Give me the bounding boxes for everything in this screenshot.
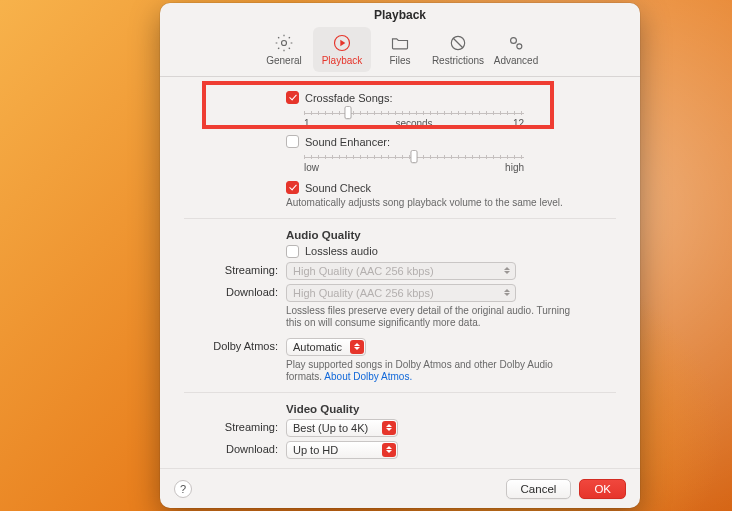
preferences-body: Crossfade Songs: 1 seconds 12 [160,77,640,468]
soundcheck-label: Sound Check [305,182,371,194]
crossfade-slider[interactable]: 1 seconds 12 [304,108,524,129]
vq-download-select[interactable]: Up to HD [286,441,398,459]
tab-label: Playback [322,55,363,66]
vq-streaming-value: Best (Up to 4K) [293,422,368,434]
crossfade-unit-label: seconds [395,118,432,129]
gear-icon [274,33,294,53]
chevron-updown-icon [500,264,514,278]
video-quality-heading: Video Quality [286,403,616,415]
preferences-window: Playback General Playback Files Restrict… [160,3,640,508]
svg-point-3 [511,38,517,44]
aq-desc: Lossless files preserve every detail of … [286,305,576,330]
chevron-updown-icon [500,286,514,300]
tab-restrictions[interactable]: Restrictions [429,27,487,72]
nosign-icon [448,33,468,53]
soundcheck-checkbox-row[interactable]: Sound Check [286,181,616,194]
crossfade-min-label: 1 [304,118,310,129]
tab-label: Files [389,55,410,66]
aq-download-value: High Quality (AAC 256 kbps) [293,287,434,299]
dolby-label: Dolby Atmos: [184,338,286,352]
dolby-desc: Play supported songs in Dolby Atmos and … [286,359,586,384]
aq-streaming-value: High Quality (AAC 256 kbps) [293,265,434,277]
play-icon [332,33,352,53]
enhancer-checkbox-row[interactable]: Sound Enhancer: [286,135,616,148]
lossless-checkbox-row[interactable]: Lossless audio [286,245,616,258]
vq-download-label: Download: [184,441,286,455]
enhancer-high-label: high [505,162,524,173]
vq-streaming-label: Streaming: [184,419,286,433]
crossfade-max-label: 12 [513,118,524,129]
enhancer-slider[interactable]: low high [304,152,524,173]
help-button[interactable]: ? [174,480,192,498]
gears-icon [506,33,526,53]
lossless-label: Lossless audio [305,245,378,257]
chevron-updown-icon [382,421,396,435]
soundcheck-desc: Automatically adjusts song playback volu… [286,197,616,210]
preferences-toolbar: General Playback Files Restrictions Adva… [160,27,640,77]
aq-streaming-label: Streaming: [184,262,286,276]
enhancer-label: Sound Enhancer: [305,136,390,148]
aq-download-select[interactable]: High Quality (AAC 256 kbps) [286,284,516,302]
svg-point-4 [517,44,522,49]
desktop-background: Playback General Playback Files Restrict… [0,0,732,511]
tab-label: Restrictions [432,55,484,66]
vq-download-value: Up to HD [293,444,338,456]
tab-general[interactable]: General [255,27,313,72]
dolby-link[interactable]: About Dolby Atmos. [324,371,412,382]
crossfade-label: Crossfade Songs: [305,92,392,104]
lossless-checkbox[interactable] [286,245,299,258]
crossfade-checkbox[interactable] [286,91,299,104]
aq-streaming-select[interactable]: High Quality (AAC 256 kbps) [286,262,516,280]
tab-advanced[interactable]: Advanced [487,27,545,72]
dialog-footer: ? Cancel OK [160,468,640,508]
enhancer-checkbox[interactable] [286,135,299,148]
vq-streaming-select[interactable]: Best (Up to 4K) [286,419,398,437]
cancel-button[interactable]: Cancel [506,479,572,499]
chevron-updown-icon [350,340,364,354]
enhancer-low-label: low [304,162,319,173]
window-title: Playback [160,3,640,27]
chevron-updown-icon [382,443,396,457]
tab-files[interactable]: Files [371,27,429,72]
aq-download-label: Download: [184,284,286,298]
soundcheck-checkbox[interactable] [286,181,299,194]
ok-button[interactable]: OK [579,479,626,499]
audio-quality-heading: Audio Quality [286,229,616,241]
dolby-select[interactable]: Automatic [286,338,366,356]
crossfade-checkbox-row[interactable]: Crossfade Songs: [286,91,616,104]
tab-label: Advanced [494,55,538,66]
svg-point-0 [282,41,287,46]
dolby-value: Automatic [293,341,342,353]
tab-label: General [266,55,302,66]
tab-playback[interactable]: Playback [313,27,371,72]
folder-icon [390,33,410,53]
